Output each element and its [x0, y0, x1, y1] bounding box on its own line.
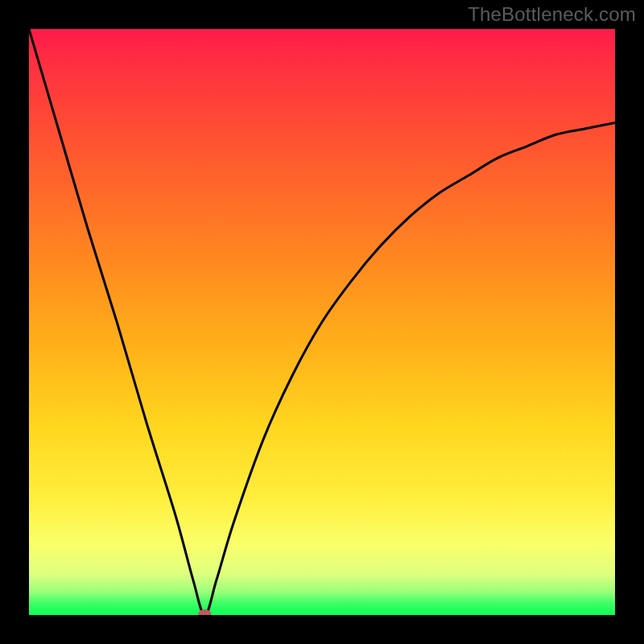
plot-area: [29, 29, 615, 615]
minimum-marker: [198, 609, 211, 615]
watermark-text: TheBottleneck.com: [468, 3, 636, 26]
bottleneck-curve: [29, 29, 615, 615]
chart-frame: TheBottleneck.com: [0, 0, 644, 644]
